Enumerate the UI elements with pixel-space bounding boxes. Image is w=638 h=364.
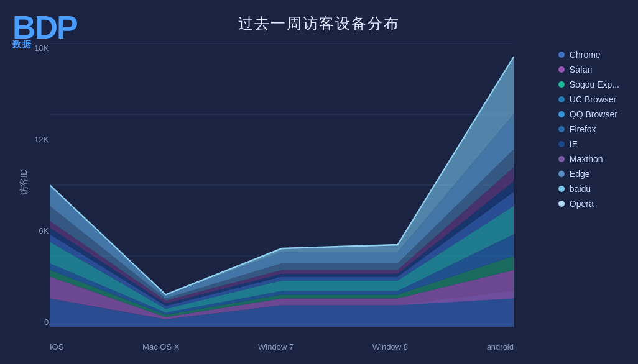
legend-label-edge: Edge: [570, 169, 590, 179]
legend-item-uc: UC Browser: [558, 94, 619, 104]
y-tick-0: 0: [44, 317, 49, 327]
legend-label-maxthon: Maxthon: [570, 154, 603, 164]
legend-item-firefox: Firefox: [558, 124, 619, 134]
legend-item-maxthon: Maxthon: [558, 154, 619, 164]
legend-label-baidu: baidu: [570, 184, 591, 194]
legend-label-safari: Safari: [570, 65, 593, 75]
y-axis-label: 访客ID: [19, 169, 30, 195]
legend-label-qq: QQ Browser: [570, 109, 617, 119]
legend: Chrome Safari Sogou Exp... UC Browser QQ…: [558, 50, 619, 209]
legend-dot-chrome: [558, 52, 565, 58]
x-label-win8: Window 8: [372, 342, 408, 352]
x-label-macosx: Mac OS X: [142, 342, 179, 352]
y-axis-ticks: 18K 12K 6K 0: [34, 43, 49, 327]
legend-dot-uc: [558, 96, 565, 102]
legend-label-firefox: Firefox: [570, 124, 596, 134]
x-label-android: android: [487, 342, 514, 352]
x-axis-labels: IOS Mac OS X Window 7 Window 8 android: [50, 342, 514, 352]
legend-label-ie: IE: [570, 139, 578, 149]
legend-item-sogou: Sogou Exp...: [558, 80, 619, 89]
legend-label-chrome: Chrome: [570, 50, 601, 60]
y-tick-18k: 18K: [34, 43, 49, 53]
chart-title: 过去一周访客设备分布: [0, 14, 638, 34]
y-tick-6k: 6K: [39, 226, 49, 235]
legend-dot-firefox: [558, 126, 565, 132]
x-label-ios: IOS: [50, 342, 63, 352]
x-label-win7: Window 7: [258, 342, 294, 352]
legend-dot-safari: [558, 66, 565, 73]
legend-dot-maxthon: [558, 156, 565, 162]
area-chart: [50, 43, 514, 327]
legend-item-opera: Opera: [558, 199, 619, 209]
legend-item-qq: QQ Browser: [558, 109, 619, 119]
legend-label-sogou: Sogou Exp...: [570, 80, 619, 89]
legend-item-baidu: baidu: [558, 184, 619, 194]
legend-label-opera: Opera: [570, 199, 594, 209]
legend-dot-qq: [558, 111, 565, 117]
legend-dot-sogou: [558, 81, 565, 88]
legend-item-ie: IE: [558, 139, 619, 149]
y-tick-12k: 12K: [34, 135, 49, 144]
legend-item-edge: Edge: [558, 169, 619, 179]
legend-item-chrome: Chrome: [558, 50, 619, 60]
legend-dot-ie: [558, 141, 565, 147]
legend-label-uc: UC Browser: [570, 94, 616, 104]
legend-item-safari: Safari: [558, 65, 619, 75]
legend-dot-opera: [558, 201, 565, 207]
legend-dot-baidu: [558, 186, 565, 192]
chart-container: BDP 数据 过去一周访客设备分布 访客ID 18K 12K 6K 0: [0, 0, 638, 364]
legend-dot-edge: [558, 171, 565, 177]
